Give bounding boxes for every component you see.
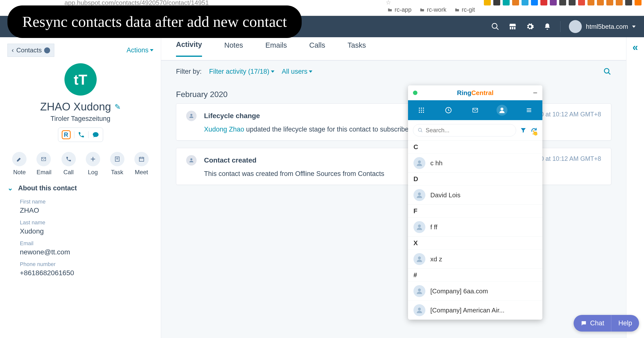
- svg-point-21: [423, 110, 424, 111]
- task-icon: [110, 152, 124, 166]
- browser-extension-icon[interactable]: [540, 0, 547, 6]
- messages-tab-icon[interactable]: [470, 105, 481, 116]
- field-label: First name: [20, 199, 141, 205]
- browser-extension-icon[interactable]: [578, 0, 585, 6]
- contacts-tab-icon[interactable]: [496, 105, 508, 116]
- actions-dropdown[interactable]: Actions: [126, 46, 154, 54]
- gear-icon[interactable]: [526, 22, 534, 31]
- help-button[interactable]: Help: [611, 315, 639, 331]
- search-icon[interactable]: [491, 22, 500, 31]
- timeline-card-lifecycle[interactable]: Lifecycle change 0 at 10:12 AM GMT+8 Xud…: [176, 103, 611, 140]
- contact-name: f ff: [430, 223, 437, 231]
- ringcentral-button[interactable]: R: [58, 128, 74, 142]
- contact-list-item[interactable]: c hh: [408, 153, 542, 173]
- dialpad-tab-icon[interactable]: [416, 105, 427, 116]
- field-label: Last name: [20, 219, 141, 226]
- search-input[interactable]: [426, 127, 512, 134]
- collapse-about-icon[interactable]: ⌄: [8, 184, 13, 192]
- chat-help-widget: Chat Help: [574, 315, 639, 331]
- bookmark-folder[interactable]: rc-app: [387, 6, 412, 13]
- browser-extension-icon[interactable]: [522, 0, 528, 6]
- extensions-row: [484, 0, 642, 6]
- action-label: Email: [36, 169, 51, 176]
- marketplace-icon[interactable]: [508, 22, 517, 31]
- chevron-down-icon: [632, 26, 636, 28]
- browser-extension-icon[interactable]: [493, 0, 500, 6]
- filter-activity-dropdown[interactable]: Filter activity (17/18): [209, 68, 274, 75]
- action-meet[interactable]: Meet: [134, 152, 149, 176]
- browser-extension-icon[interactable]: [512, 0, 519, 6]
- person-icon: [44, 47, 50, 53]
- phone-value[interactable]: +8618682061650: [20, 269, 141, 277]
- person-icon: [186, 111, 196, 121]
- contact-list-item[interactable]: [Company] 6aa.com: [408, 281, 542, 300]
- more-tab-icon[interactable]: [524, 105, 534, 116]
- contact-list-item[interactable]: f ff: [408, 217, 542, 237]
- action-log[interactable]: Log: [86, 152, 100, 176]
- chat-button[interactable]: [88, 129, 103, 141]
- ringcentral-icon: R: [62, 130, 71, 139]
- pencil-icon[interactable]: ✎: [114, 102, 121, 111]
- minimize-icon[interactable]: −: [533, 89, 538, 97]
- tab-tasks[interactable]: Tasks: [348, 41, 366, 56]
- action-note[interactable]: Note: [12, 152, 26, 176]
- svg-point-34: [418, 193, 421, 196]
- contacts-section-header: X: [408, 237, 542, 249]
- contact-list-item[interactable]: [Company] American Air...: [408, 300, 542, 320]
- first-name-value[interactable]: ZHAO: [20, 207, 141, 214]
- bookmark-folder[interactable]: rc-git: [454, 6, 475, 13]
- tab-notes[interactable]: Notes: [224, 41, 243, 56]
- browser-extension-icon[interactable]: [531, 0, 538, 6]
- browser-extension-icon[interactable]: [588, 0, 594, 6]
- history-tab-icon[interactable]: [443, 105, 454, 116]
- svg-point-17: [421, 108, 422, 109]
- back-to-contacts[interactable]: ‹ Contacts: [8, 44, 54, 57]
- contact-list-item[interactable]: David Lois: [408, 185, 542, 205]
- browser-extension-icon[interactable]: [484, 0, 491, 6]
- browser-address-bar: app.hubspot.com/contacts/4920570/contact…: [0, 0, 644, 4]
- bookmark-folder[interactable]: rc-work: [419, 6, 446, 13]
- browser-extension-icon[interactable]: [550, 0, 557, 6]
- bookmark-star-icon[interactable]: ☆: [386, 0, 391, 6]
- phone-button[interactable]: [74, 129, 88, 141]
- filter-activity-label: Filter activity (17/18): [209, 68, 270, 75]
- chat-button[interactable]: Chat: [574, 315, 611, 331]
- action-task[interactable]: Task: [110, 152, 124, 176]
- last-name-value[interactable]: Xudong: [20, 227, 141, 235]
- tab-emails[interactable]: Emails: [266, 41, 287, 56]
- card-timestamp: 0 at 10:12 AM GMT+8: [540, 111, 601, 118]
- timeline-search-icon[interactable]: [603, 68, 611, 75]
- browser-extension-icon[interactable]: [597, 0, 604, 6]
- browser-extension-icon[interactable]: [569, 0, 576, 6]
- avatar-icon: [414, 304, 425, 316]
- card-timestamp: 0 at 10:12 AM GMT+8: [540, 155, 601, 162]
- account-switcher[interactable]: html5beta.com: [569, 20, 636, 33]
- browser-extension-icon[interactable]: [606, 0, 613, 6]
- browser-extension-icon[interactable]: [625, 0, 632, 6]
- contacts-search[interactable]: [413, 124, 516, 136]
- timeline-card-created[interactable]: Contact created 0 at 10:12 AM GMT+8 This…: [176, 148, 611, 185]
- browser-extension-icon[interactable]: [616, 0, 623, 6]
- action-call[interactable]: Call: [62, 152, 76, 176]
- tab-activity[interactable]: Activity: [176, 41, 202, 57]
- browser-extension-icon[interactable]: [634, 0, 642, 6]
- nav-divider: [560, 21, 560, 32]
- tab-calls[interactable]: Calls: [309, 41, 325, 56]
- email-value[interactable]: newone@tt.com: [20, 248, 141, 256]
- browser-extension-icon[interactable]: [559, 0, 566, 6]
- refresh-icon[interactable]: 👆: [530, 127, 538, 134]
- action-email[interactable]: Email: [36, 152, 51, 176]
- filter-users-dropdown[interactable]: All users: [282, 68, 312, 75]
- browser-extension-icon[interactable]: [503, 0, 510, 6]
- ringcentral-widget: RingCentral − 👆 Cc hhDDavid LoisFf ffXxd…: [408, 85, 542, 320]
- bell-icon[interactable]: [543, 22, 552, 31]
- actor-link[interactable]: Xudong Zhao: [204, 126, 244, 133]
- filter-icon[interactable]: [520, 127, 526, 133]
- log-icon: [86, 152, 100, 166]
- svg-point-18: [423, 108, 424, 109]
- contact-list-item[interactable]: xd z: [408, 249, 542, 268]
- contacts-section-header: F: [408, 205, 542, 217]
- company-link[interactable]: Tiroler Tageszeitung: [0, 115, 161, 123]
- expand-right-panel-icon[interactable]: «: [632, 42, 638, 338]
- svg-point-23: [421, 112, 422, 113]
